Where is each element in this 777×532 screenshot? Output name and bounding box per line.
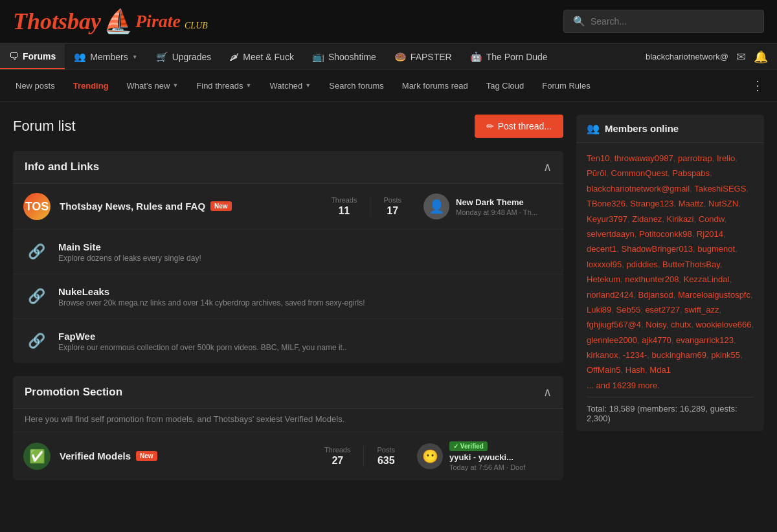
member-link[interactable]: loxxxol95 bbox=[587, 260, 622, 269]
latest-title-news[interactable]: New Dark Theme bbox=[456, 197, 537, 207]
member-link[interactable]: wookielove666 bbox=[695, 320, 751, 329]
member-link[interactable]: Pabspabs bbox=[672, 168, 710, 178]
member-link[interactable]: Kirikazi bbox=[667, 214, 694, 224]
link-info-main-site: Main Site Explore dozens of leaks every … bbox=[58, 241, 201, 263]
member-link[interactable]: -1234- bbox=[623, 350, 648, 360]
link-desc-fapwee: Explore our enormous collection of over … bbox=[58, 343, 347, 352]
link-name-fapwee[interactable]: FapWee bbox=[58, 331, 347, 342]
members-online-content: Ten10, throwaway0987, parrotrap, Irelio,… bbox=[576, 143, 764, 431]
member-link[interactable]: Bdjansod bbox=[638, 290, 673, 300]
logo: Thotsbay ⛵ Pirate CLUB bbox=[13, 8, 208, 35]
member-link[interactable]: eset2727 bbox=[645, 305, 680, 315]
member-link[interactable]: pdiddies bbox=[626, 260, 657, 269]
member-separator: , bbox=[738, 199, 741, 208]
member-link[interactable]: ShadowBringer013 bbox=[622, 244, 693, 254]
member-link[interactable]: kirkanox bbox=[587, 350, 618, 360]
member-link[interactable]: Irelio bbox=[717, 153, 735, 163]
latest-meta-news: Monday at 9:48 AM · Th... bbox=[456, 208, 537, 216]
link-name-main-site[interactable]: Main Site bbox=[58, 241, 201, 252]
member-link[interactable]: ajk4770 bbox=[642, 335, 671, 345]
member-link[interactable]: Marceloalgustospfc bbox=[678, 290, 750, 300]
sub-nav-whats-new[interactable]: What's new ▼ bbox=[118, 73, 188, 98]
nav-item-members[interactable]: 👥 Members ▼ bbox=[65, 45, 146, 69]
sub-nav-watched[interactable]: Watched ▼ bbox=[261, 73, 321, 98]
sidebar: 👥 Members online Ten10, throwaway0987, p… bbox=[576, 115, 764, 493]
sub-nav-tag-cloud[interactable]: Tag Cloud bbox=[477, 73, 534, 98]
info-links-section: Info and Links ∧ TOS Thotsbay News, Rule… bbox=[13, 151, 563, 363]
member-link[interactable]: fghjiugf567@4 bbox=[587, 320, 641, 329]
member-link[interactable]: parrotrap bbox=[678, 153, 712, 163]
nav-item-fapster[interactable]: 🍩 FAPSTER bbox=[385, 45, 461, 69]
member-link[interactable]: glennlee2000 bbox=[587, 335, 637, 345]
search-input[interactable] bbox=[591, 16, 754, 27]
member-link[interactable]: Condw bbox=[699, 214, 725, 224]
member-separator: , bbox=[692, 229, 697, 239]
nav-item-shooshtime[interactable]: 📺 Shooshtime bbox=[303, 45, 385, 69]
member-link[interactable]: OffMain5 bbox=[587, 365, 621, 375]
member-link[interactable]: selvertdaayn bbox=[587, 229, 635, 239]
member-link[interactable]: Potitoconkk98 bbox=[639, 229, 692, 239]
member-link[interactable]: Ten10 bbox=[587, 153, 609, 163]
member-link[interactable]: Luki89 bbox=[587, 305, 611, 315]
member-link[interactable]: throwaway0987 bbox=[614, 153, 673, 163]
meet-fuck-icon: 🌶 bbox=[229, 51, 239, 62]
member-link[interactable]: Keyur3797 bbox=[587, 214, 627, 224]
member-link[interactable]: Mda1 bbox=[649, 365, 671, 375]
member-link[interactable]: decent1 bbox=[587, 244, 616, 254]
forum-name-verified[interactable]: Verified Models bbox=[60, 450, 131, 461]
member-link[interactable]: buckingham69 bbox=[651, 350, 706, 360]
member-separator: , bbox=[679, 274, 683, 284]
member-link[interactable]: Strange123 bbox=[630, 199, 673, 208]
member-link[interactable]: nexthunter208 bbox=[625, 274, 679, 284]
sub-nav-forum-rules[interactable]: Forum Rules bbox=[533, 73, 599, 98]
promotion-toggle-icon[interactable]: ∧ bbox=[543, 385, 552, 399]
nav-item-upgrades[interactable]: 🛒 Upgrades bbox=[147, 45, 221, 69]
member-link[interactable]: blackchariotnetwork@gmail bbox=[587, 184, 690, 194]
sub-nav-new-posts[interactable]: New posts bbox=[6, 73, 64, 98]
member-separator: , bbox=[751, 320, 754, 329]
member-link[interactable]: NutSZN bbox=[708, 199, 738, 208]
member-link[interactable]: Zidanez bbox=[632, 214, 662, 224]
forums-icon: 🗨 bbox=[9, 50, 19, 61]
member-separator: , bbox=[616, 244, 621, 254]
info-links-title: Info and Links bbox=[25, 161, 99, 173]
member-link[interactable]: Hetekum bbox=[587, 274, 620, 284]
nav-item-porn-dude[interactable]: 🤖 The Porn Dude bbox=[461, 45, 557, 69]
member-link[interactable]: evangarrick123 bbox=[676, 335, 734, 345]
post-thread-button[interactable]: ✏ Post thread... bbox=[475, 115, 563, 138]
search-icon: 🔍 bbox=[573, 16, 585, 27]
member-link[interactable]: chutx bbox=[671, 320, 691, 329]
member-link[interactable]: KezzaLindal bbox=[684, 274, 730, 284]
member-link[interactable]: norland2424 bbox=[587, 290, 633, 300]
member-link[interactable]: ButterThotsBay bbox=[662, 260, 720, 269]
member-link[interactable]: Noisy bbox=[646, 320, 666, 329]
member-link[interactable]: Hash bbox=[625, 365, 645, 375]
link-name-nukeleaks[interactable]: NukeLeaks bbox=[58, 286, 365, 297]
forum-name-news[interactable]: Thotsbay News, Rules and FAQ bbox=[60, 201, 205, 212]
member-link[interactable]: CommonQuest bbox=[611, 168, 668, 178]
sub-nav-more[interactable]: ⋮ bbox=[745, 70, 771, 101]
nav-item-forums[interactable]: 🗨 Forums bbox=[0, 44, 65, 69]
bell-icon[interactable]: 🔔 bbox=[754, 50, 768, 64]
mail-icon[interactable]: ✉ bbox=[736, 50, 746, 64]
member-link[interactable]: Pūrōl bbox=[587, 168, 606, 178]
member-link[interactable]: bugmenot bbox=[697, 244, 735, 254]
member-link[interactable]: Maattz bbox=[679, 199, 704, 208]
sub-nav-find-threads[interactable]: Find threads ▼ bbox=[187, 73, 260, 98]
sub-nav-trending[interactable]: Trending bbox=[64, 73, 118, 98]
promotion-desc: Here you will find self promotion from m… bbox=[13, 409, 563, 432]
info-links-toggle-icon[interactable]: ∧ bbox=[543, 160, 552, 174]
latest-title-verified[interactable]: yyuki - ywucki... bbox=[449, 452, 525, 462]
members-more[interactable]: ... and 16239 more. bbox=[587, 381, 754, 390]
nav-item-meet-fuck[interactable]: 🌶 Meet & Fuck bbox=[220, 45, 303, 69]
member-link[interactable]: pkink55 bbox=[711, 350, 740, 360]
member-link[interactable]: TakeshiSEGS bbox=[694, 184, 746, 194]
members-nav-icon: 👥 bbox=[74, 51, 86, 63]
link-row-nukeleaks: 🔗 NukeLeaks Browse over 20k mega.nz link… bbox=[13, 274, 563, 319]
member-link[interactable]: Seb55 bbox=[616, 305, 641, 315]
sub-nav-mark-read[interactable]: Mark forums read bbox=[393, 73, 477, 98]
sub-nav-search-forums[interactable]: Search forums bbox=[320, 73, 393, 98]
member-link[interactable]: TBone326 bbox=[587, 199, 625, 208]
member-link[interactable]: swift_azz bbox=[684, 305, 719, 315]
member-link[interactable]: Rj2014 bbox=[697, 229, 723, 239]
